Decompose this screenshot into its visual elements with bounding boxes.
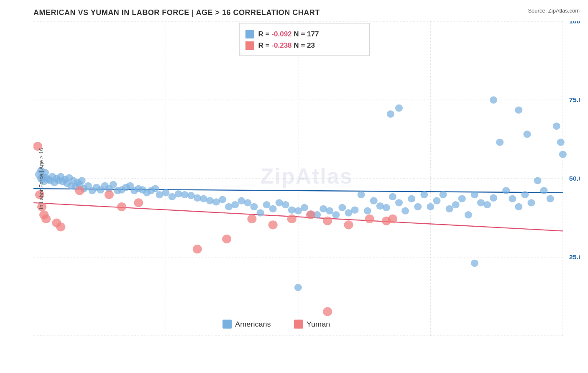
svg-point-154 [323, 217, 332, 225]
svg-text:25.0%: 25.0% [569, 253, 580, 261]
svg-point-96 [358, 191, 365, 198]
svg-point-148 [193, 245, 202, 253]
svg-point-130 [559, 151, 567, 158]
svg-point-109 [439, 191, 447, 198]
svg-point-156 [365, 215, 374, 223]
svg-point-121 [515, 203, 522, 210]
svg-point-80 [256, 209, 264, 216]
svg-point-159 [323, 307, 332, 316]
svg-point-153 [306, 210, 315, 219]
svg-text:R = -0.092   N = 177: R = -0.092 N = 177 [258, 30, 319, 38]
svg-point-76 [231, 201, 239, 208]
svg-point-145 [105, 190, 114, 199]
svg-point-102 [395, 199, 403, 206]
svg-point-132 [515, 106, 522, 113]
svg-point-116 [483, 201, 491, 208]
svg-point-98 [370, 197, 378, 204]
svg-point-72 [206, 197, 214, 204]
svg-rect-160 [222, 319, 232, 328]
svg-point-135 [395, 105, 403, 112]
svg-rect-15 [239, 23, 369, 56]
svg-point-126 [547, 195, 554, 202]
svg-point-149 [222, 235, 231, 243]
svg-point-158 [388, 215, 397, 223]
svg-point-107 [427, 203, 434, 210]
svg-point-113 [465, 211, 472, 218]
svg-point-112 [458, 195, 466, 202]
svg-point-128 [557, 139, 565, 146]
svg-point-74 [219, 196, 226, 203]
svg-point-106 [420, 191, 428, 198]
svg-point-131 [490, 96, 497, 103]
svg-point-110 [446, 205, 453, 212]
svg-point-78 [244, 199, 251, 206]
svg-point-45 [78, 177, 85, 184]
svg-point-136 [294, 284, 302, 291]
chart-area: In Labor Force | Age > 16 ZipAtlas 100.0… [33, 21, 580, 336]
svg-text:Yuman: Yuman [307, 320, 330, 328]
svg-point-147 [134, 198, 143, 207]
svg-point-100 [383, 204, 390, 211]
svg-point-123 [527, 199, 535, 206]
svg-point-119 [502, 187, 510, 194]
svg-point-108 [433, 197, 440, 204]
y-axis-label: In Labor Force | Age > 16 [38, 148, 44, 209]
svg-text:R = -0.238   N =  23: R = -0.238 N = 23 [258, 41, 315, 49]
svg-text:75.0%: 75.0% [569, 96, 580, 103]
svg-point-103 [401, 207, 409, 214]
svg-point-104 [408, 195, 415, 202]
svg-point-84 [282, 201, 289, 208]
svg-point-146 [117, 202, 126, 211]
svg-line-21 [33, 203, 563, 231]
svg-point-122 [521, 191, 529, 198]
svg-point-127 [553, 123, 560, 130]
svg-point-105 [414, 203, 422, 210]
svg-rect-16 [245, 30, 254, 38]
svg-point-134 [387, 110, 394, 118]
svg-point-150 [247, 215, 256, 223]
svg-point-151 [268, 220, 278, 229]
svg-point-125 [540, 187, 548, 194]
svg-point-87 [301, 204, 308, 211]
svg-point-141 [41, 215, 51, 223]
svg-point-93 [338, 204, 346, 211]
chart-container: AMERICAN VS YUMAN IN LABOR FORCE | AGE >… [0, 0, 588, 373]
svg-point-92 [332, 211, 340, 218]
svg-point-101 [389, 193, 396, 200]
chart-title: AMERICAN VS YUMAN IN LABOR FORCE | AGE >… [33, 8, 580, 17]
svg-point-114 [471, 191, 478, 198]
svg-point-118 [496, 139, 504, 146]
svg-point-111 [452, 201, 460, 208]
svg-text:100.0%: 100.0% [569, 21, 580, 25]
svg-point-79 [250, 203, 258, 210]
svg-point-144 [75, 186, 84, 195]
svg-point-129 [471, 260, 478, 267]
svg-point-152 [287, 215, 297, 223]
svg-point-63 [151, 185, 159, 192]
svg-text:Americans: Americans [235, 320, 271, 328]
svg-point-120 [509, 195, 516, 202]
svg-point-65 [162, 189, 169, 196]
main-chart: 100.0% 75.0% 50.0% 25.0% 0.0% 100.0% R =… [33, 21, 580, 336]
svg-point-53 [110, 181, 117, 188]
svg-point-117 [490, 194, 497, 202]
svg-point-133 [523, 130, 531, 138]
svg-point-95 [351, 207, 358, 214]
svg-text:50.0%: 50.0% [569, 175, 580, 182]
svg-point-143 [56, 222, 65, 231]
svg-point-97 [364, 207, 371, 214]
svg-point-124 [534, 177, 541, 184]
svg-point-91 [326, 207, 333, 214]
svg-point-155 [344, 220, 353, 229]
svg-point-81 [263, 201, 271, 208]
svg-point-82 [269, 205, 277, 212]
svg-rect-18 [245, 41, 254, 49]
svg-rect-162 [294, 319, 303, 328]
source-text: Source: ZipAtlas.com [528, 8, 580, 14]
